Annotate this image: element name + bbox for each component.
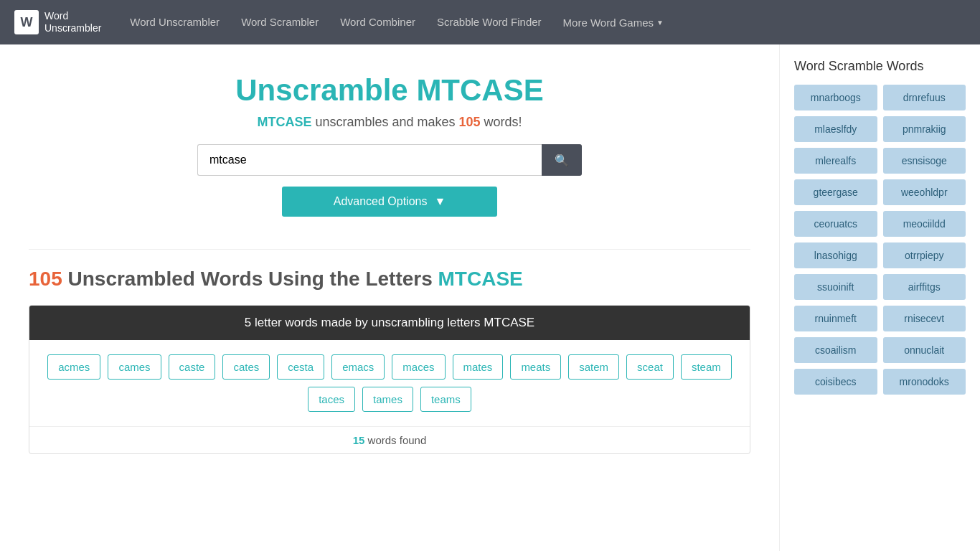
word-tag[interactable]: cesta bbox=[277, 354, 324, 380]
sidebar-row: mlaeslfdypnmrakiig bbox=[794, 116, 966, 142]
sidebar-word-tag[interactable]: mlaeslfdy bbox=[794, 116, 877, 142]
sidebar-row: gteergaseweeohldpr bbox=[794, 179, 966, 205]
sidebar-row: ssuoiniftairffitgs bbox=[794, 274, 966, 300]
nav-scrabble-finder[interactable]: Scrabble Word Finder bbox=[437, 16, 542, 28]
word-tag[interactable]: maces bbox=[392, 354, 445, 380]
sidebar-word-tag[interactable]: weeohldpr bbox=[883, 179, 966, 205]
brand-name: Word Unscrambler bbox=[44, 10, 101, 34]
sidebar-word-tag[interactable]: csoailism bbox=[794, 337, 877, 363]
sidebar-word-tag[interactable]: otrrpiepy bbox=[883, 242, 966, 268]
sidebar-word-tag[interactable]: meociildd bbox=[883, 211, 966, 237]
brand-icon: W bbox=[14, 10, 39, 34]
sidebar-row: rnuinmeftrnisecevt bbox=[794, 306, 966, 331]
word-tag[interactable]: taces bbox=[308, 387, 355, 412]
sidebar-row: coisibecsmronodoks bbox=[794, 369, 966, 395]
sidebar-title: Word Scramble Words bbox=[794, 59, 966, 74]
sidebar-word-tag[interactable]: ssuoinift bbox=[794, 274, 877, 300]
words-box: 5 letter words made by unscrambling lett… bbox=[29, 305, 750, 454]
nav-word-unscrambler[interactable]: Word Unscrambler bbox=[130, 16, 220, 28]
sidebar-word-tag[interactable]: ceoruatcs bbox=[794, 211, 877, 237]
advanced-options-button[interactable]: Advanced Options ▼ bbox=[282, 187, 497, 217]
sidebar-row: mlerealfsesnsisoge bbox=[794, 148, 966, 174]
words-grid: acmescamescastecatescestaemacsmacesmates… bbox=[29, 340, 750, 426]
search-button[interactable]: 🔍 bbox=[542, 144, 582, 176]
sidebar-word-tag[interactable]: lnasohigg bbox=[794, 242, 877, 268]
brand-logo[interactable]: W Word Unscrambler bbox=[14, 10, 101, 34]
word-tag[interactable]: emacs bbox=[331, 354, 385, 380]
word-tag[interactable]: acmes bbox=[47, 354, 100, 380]
sidebar-word-tag[interactable]: gteergase bbox=[794, 179, 877, 205]
main-content: Unscramble MTCASE MTCASE unscrambles and… bbox=[0, 44, 779, 551]
word-tag[interactable]: satem bbox=[568, 354, 619, 380]
sidebar-word-tag[interactable]: mnarboogs bbox=[794, 85, 877, 110]
results-count: 105 bbox=[29, 268, 62, 290]
hero-word: MTCASE bbox=[257, 115, 311, 129]
sidebar-word-tag[interactable]: rnuinmeft bbox=[794, 306, 877, 331]
word-tag[interactable]: cates bbox=[222, 354, 270, 380]
page-title: Unscramble MTCASE bbox=[29, 73, 750, 108]
word-tag[interactable]: teams bbox=[420, 387, 471, 412]
page-wrapper: Unscramble MTCASE MTCASE unscrambles and… bbox=[0, 44, 980, 551]
nav-word-scrambler[interactable]: Word Scrambler bbox=[241, 16, 319, 28]
sidebar-word-tag[interactable]: coisibecs bbox=[794, 369, 877, 395]
sidebar-word-tag[interactable]: drnrefuus bbox=[883, 85, 966, 110]
sidebar-word-tag[interactable]: mlerealfs bbox=[794, 148, 877, 174]
hero-count: 105 bbox=[459, 115, 481, 129]
results-letters: MTCASE bbox=[438, 268, 523, 290]
word-tag[interactable]: sceat bbox=[626, 354, 674, 380]
sidebar-word-tag[interactable]: mronodoks bbox=[883, 369, 966, 395]
word-tag[interactable]: cames bbox=[108, 354, 161, 380]
word-tag[interactable]: tames bbox=[362, 387, 413, 412]
sidebar-word-tag[interactable]: rnisecevt bbox=[883, 306, 966, 331]
dropdown-arrow-icon: ▼ bbox=[656, 19, 664, 27]
sidebar-words: mnarboogsdrnrefuusmlaeslfdypnmrakiigmler… bbox=[794, 85, 966, 395]
divider bbox=[29, 249, 750, 250]
nav-word-combiner[interactable]: Word Combiner bbox=[340, 16, 415, 28]
results-header: 105 Unscrambled Words Using the Letters … bbox=[29, 268, 750, 291]
word-tag[interactable]: caste bbox=[169, 354, 216, 380]
sidebar-row: lnasohiggotrrpiepy bbox=[794, 242, 966, 268]
sidebar-word-tag[interactable]: esnsisoge bbox=[883, 148, 966, 174]
sidebar: Word Scramble Words mnarboogsdrnrefuusml… bbox=[779, 44, 980, 551]
search-box: 🔍 bbox=[29, 144, 750, 176]
sidebar-row: mnarboogsdrnrefuus bbox=[794, 85, 966, 110]
hero-subtitle: MTCASE unscrambles and makes 105 words! bbox=[29, 115, 750, 130]
sidebar-row: ceoruatcsmeociildd bbox=[794, 211, 966, 237]
word-tag[interactable]: meats bbox=[510, 354, 561, 380]
word-tag[interactable]: steam bbox=[681, 354, 732, 380]
words-box-header: 5 letter words made by unscrambling lett… bbox=[29, 306, 750, 340]
hero-section: Unscramble MTCASE MTCASE unscrambles and… bbox=[29, 66, 750, 231]
found-count: 15 bbox=[353, 434, 365, 446]
sidebar-word-tag[interactable]: pnmrakiig bbox=[883, 116, 966, 142]
sidebar-word-tag[interactable]: airffitgs bbox=[883, 274, 966, 300]
nav-more-word-games[interactable]: More Word Games ▼ bbox=[563, 17, 664, 29]
sidebar-row: csoailismonnuclait bbox=[794, 337, 966, 363]
word-tag[interactable]: mates bbox=[453, 354, 504, 380]
nav-links: Word Unscrambler Word Scrambler Word Com… bbox=[130, 16, 664, 29]
navbar: W Word Unscrambler Word Unscrambler Word… bbox=[0, 0, 980, 44]
search-input[interactable] bbox=[197, 144, 542, 176]
sidebar-word-tag[interactable]: onnuclait bbox=[883, 337, 966, 363]
words-found: 15 words found bbox=[29, 426, 750, 453]
